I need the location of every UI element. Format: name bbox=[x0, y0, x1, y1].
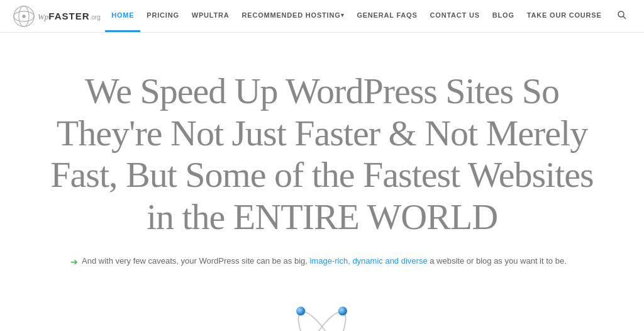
nav-item-course[interactable]: TAKE OUR COURSE bbox=[521, 0, 608, 32]
nav-link-contact[interactable]: CONTACT US bbox=[424, 0, 486, 32]
nav-link-faqs[interactable]: GENERAL FAQS bbox=[350, 0, 423, 32]
nav-link-wpultra[interactable]: WPULTRA bbox=[186, 0, 236, 32]
nav-item-blog[interactable]: BLOG bbox=[486, 0, 521, 32]
atom-illustration bbox=[259, 298, 385, 331]
hero-subtext-suffix: a website or blog as you want it to be. bbox=[428, 256, 567, 266]
nav-item-faqs[interactable]: GENERAL FAQS bbox=[350, 0, 423, 32]
hero-subtext-prefix: And with very few caveats, your WordPres… bbox=[82, 256, 309, 266]
atom-section bbox=[0, 286, 644, 331]
svg-line-5 bbox=[623, 16, 626, 19]
hero-headline: We Speed Up WordPress Sites So They're N… bbox=[50, 70, 594, 238]
search-icon[interactable] bbox=[613, 11, 631, 22]
logo[interactable]: WpFASTER.org bbox=[13, 5, 101, 28]
svg-point-12 bbox=[296, 306, 305, 315]
nav-item-pricing[interactable]: PRICING bbox=[140, 0, 185, 32]
svg-point-3 bbox=[22, 14, 25, 18]
hero-subtext: ➔ And with very few caveats, your WordPr… bbox=[70, 256, 574, 267]
navbar: WpFASTER.org HOME PRICING WPULTRA RECOMM… bbox=[0, 0, 644, 33]
logo-icon bbox=[13, 5, 35, 28]
svg-point-4 bbox=[618, 11, 624, 17]
nav-item-contact[interactable]: CONTACT US bbox=[424, 0, 486, 32]
nav-item-hosting[interactable]: RECOMMENDED HOSTING bbox=[236, 0, 351, 32]
hero-section: We Speed Up WordPress Sites So They're N… bbox=[0, 33, 644, 286]
nav-link-blog[interactable]: BLOG bbox=[486, 0, 521, 32]
nav-link-course[interactable]: TAKE OUR COURSE bbox=[521, 0, 608, 32]
nav-item-home[interactable]: HOME bbox=[105, 0, 140, 32]
nav-link-home[interactable]: HOME bbox=[105, 0, 140, 32]
hero-subtext-link[interactable]: image-rich, dynamic and diverse bbox=[309, 256, 427, 266]
nav-menu: HOME PRICING WPULTRA RECOMMENDED HOSTING… bbox=[105, 0, 608, 32]
arrow-icon: ➔ bbox=[70, 257, 78, 267]
nav-link-pricing[interactable]: PRICING bbox=[140, 0, 185, 32]
nav-item-wpultra[interactable]: WPULTRA bbox=[186, 0, 236, 32]
logo-text-group: WpFASTER.org bbox=[38, 11, 101, 22]
hero-subtext-content: And with very few caveats, your WordPres… bbox=[82, 256, 567, 266]
svg-point-11 bbox=[338, 306, 347, 315]
atom-svg bbox=[259, 298, 385, 331]
nav-link-hosting[interactable]: RECOMMENDED HOSTING bbox=[236, 0, 351, 32]
